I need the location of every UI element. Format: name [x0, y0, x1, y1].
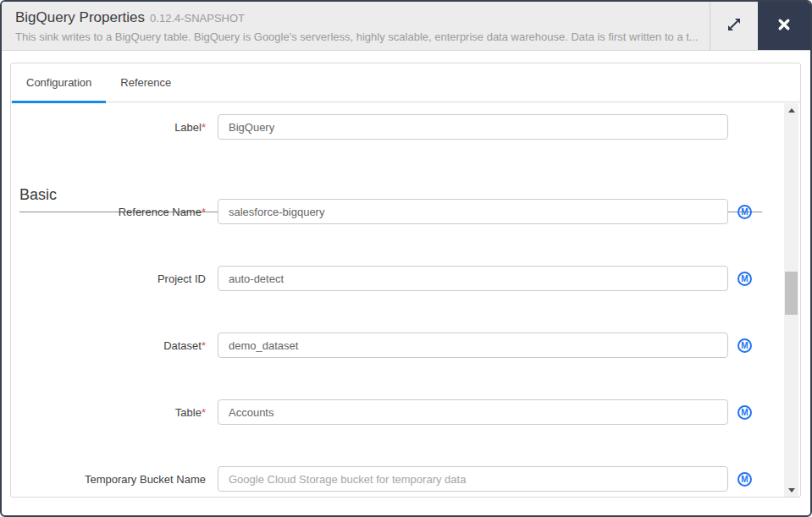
field-row-label: Label*: [11, 114, 728, 140]
field-label-text: Temporary Bucket Name: [85, 473, 206, 486]
project-id-input[interactable]: [218, 266, 728, 291]
scrollbar-thumb[interactable]: [785, 272, 798, 315]
tab-reference-label: Reference: [120, 76, 171, 89]
macro-icon[interactable]: M: [737, 272, 752, 286]
triangle-down-icon: [788, 488, 795, 492]
field-row-temporary-bucket-name: Temporary Bucket Name M: [11, 466, 752, 492]
macro-icon[interactable]: M: [737, 472, 752, 487]
scrollbar[interactable]: [784, 103, 798, 497]
required-asterisk: *: [202, 206, 206, 218]
table-input[interactable]: [218, 399, 728, 425]
triangle-up-icon: [788, 108, 795, 113]
close-button[interactable]: [758, 2, 810, 50]
field-label: Reference Name*: [11, 206, 206, 218]
field-row-project-id: Project ID M: [11, 266, 752, 291]
dialog-header: BigQuery Properties0.12.4-SNAPSHOT This …: [2, 2, 810, 51]
required-asterisk: *: [202, 406, 206, 419]
field-label: Dataset*: [11, 339, 206, 352]
tab-configuration-label: Configuration: [26, 76, 91, 89]
field-label-text: Table: [175, 406, 202, 419]
field-label: Project ID: [11, 272, 206, 285]
page-title: BigQuery Properties: [15, 9, 145, 25]
expand-button[interactable]: [710, 2, 758, 50]
tab-configuration[interactable]: Configuration: [12, 63, 106, 102]
tab-bar: Configuration Reference: [11, 63, 800, 102]
properties-panel: Configuration Reference Label* Basic Ref…: [10, 63, 801, 498]
field-label: Temporary Bucket Name: [11, 473, 206, 486]
field-row-dataset: Dataset* M: [11, 333, 752, 358]
close-icon: [777, 18, 791, 35]
plugin-version: 0.12.4-SNAPSHOT: [150, 12, 245, 25]
macro-icon[interactable]: M: [737, 338, 752, 353]
field-row-table: Table* M: [11, 399, 752, 425]
temporary-bucket-name-input[interactable]: [218, 466, 728, 492]
expand-diagonal-arrows-icon: [726, 16, 743, 36]
configuration-form: Label* Basic Reference Name* M Project I…: [11, 103, 784, 497]
field-label-text: Label: [174, 121, 202, 134]
required-asterisk: *: [202, 339, 206, 352]
field-label-text: Project ID: [157, 272, 206, 285]
scrollbar-down-arrow[interactable]: [784, 483, 798, 497]
reference-name-input[interactable]: [218, 199, 728, 224]
plugin-description: This sink writes to a BigQuery table. Bi…: [15, 30, 710, 43]
scrollbar-up-arrow[interactable]: [784, 103, 798, 117]
field-label: Table*: [11, 406, 206, 419]
dialog-header-text: BigQuery Properties0.12.4-SNAPSHOT This …: [2, 2, 710, 50]
tab-reference[interactable]: Reference: [106, 63, 185, 102]
label-input[interactable]: [218, 114, 728, 140]
macro-icon[interactable]: M: [737, 205, 752, 219]
required-asterisk: *: [202, 121, 206, 134]
macro-icon[interactable]: M: [737, 405, 752, 420]
bigquery-properties-dialog: BigQuery Properties0.12.4-SNAPSHOT This …: [0, 0, 812, 517]
field-label-text: Dataset: [163, 339, 202, 352]
dataset-input[interactable]: [218, 333, 728, 358]
field-label-text: Reference Name: [119, 206, 202, 218]
field-label: Label*: [11, 121, 206, 134]
field-row-reference-name: Reference Name* M: [11, 199, 752, 224]
